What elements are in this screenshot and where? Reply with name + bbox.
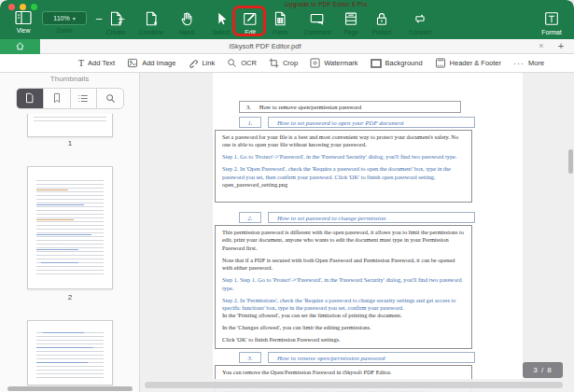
add-image-icon — [127, 58, 138, 68]
paragraph: Step 2. In 'Open Password', check the 'R… — [222, 165, 465, 181]
header-footer-button[interactable]: Header & Footer — [435, 58, 501, 68]
combine-button[interactable]: Combine — [137, 10, 165, 36]
page-thumbnail-icon — [24, 91, 35, 107]
section-3-heading[interactable]: 3. How to remove open/permission passwor… — [239, 352, 475, 363]
page-indicator-badge: 3 / 8 — [523, 362, 563, 378]
page-thumbnail-2-label: 2 — [0, 293, 140, 301]
crop-label: Crop — [283, 59, 298, 67]
add-text-button[interactable]: T Add Text — [78, 59, 115, 68]
close-window-button[interactable] — [8, 4, 15, 10]
crop-button[interactable]: Crop — [269, 58, 298, 68]
form-button[interactable]: Form — [266, 10, 294, 36]
bookmark-icon — [52, 91, 62, 107]
new-tab-button[interactable]: + — [554, 39, 567, 54]
hand-icon — [173, 10, 201, 27]
page-icon — [337, 10, 365, 27]
page-thumbnail-1-label: 1 — [0, 139, 140, 147]
tab-bookmarks[interactable] — [44, 89, 71, 108]
convert-button[interactable]: Convert — [406, 10, 434, 36]
section-2-body[interactable]: This permission password is different wi… — [215, 225, 472, 349]
create-button[interactable]: Create — [102, 10, 130, 36]
background-button[interactable]: Background — [371, 59, 423, 68]
hand-tool-button[interactable]: Hand — [173, 10, 201, 36]
ocr-label: OCR — [241, 59, 257, 67]
tab-bar: iSkysoft PDF Editor.pdf × + — [0, 39, 574, 54]
view-button[interactable]: View — [7, 10, 39, 35]
sidebar-panel-icon — [7, 10, 39, 25]
section-2-title: How to set password to change permission — [268, 212, 475, 223]
comment-label: Comment — [303, 29, 331, 36]
section-1-body[interactable]: Set a password for your file is a best a… — [215, 130, 472, 203]
paragraph: Step 1. Step 1. Go to 'Protect'->'Passwo… — [222, 276, 465, 292]
combine-label: Combine — [137, 29, 165, 36]
app-window: Upgrade to PDF Editor 6 Pro View 110% ▾ … — [0, 0, 574, 392]
create-page-icon — [102, 10, 130, 27]
document-tab-title[interactable]: iSkysoft PDF Editor.pdf — [40, 39, 490, 54]
search-icon — [105, 91, 116, 107]
select-tool-button[interactable]: Select — [207, 10, 235, 36]
tab-annotations[interactable] — [71, 89, 98, 108]
list-icon — [77, 91, 89, 107]
doc-toc-line[interactable]: 3.How to remove open/permission password — [239, 101, 461, 113]
chevron-down-icon: ▾ — [73, 15, 76, 21]
edit-pencil-icon — [236, 10, 264, 27]
format-label: Format — [538, 29, 566, 36]
close-tab-icon[interactable]: × — [536, 39, 547, 54]
minimize-window-button[interactable] — [20, 4, 26, 10]
link-icon — [188, 58, 198, 68]
format-icon — [538, 10, 566, 27]
protect-button[interactable]: Protect — [368, 10, 396, 36]
paragraph: In the 'Printing allowed', you can set t… — [222, 312, 465, 319]
doc-toc-number: 3. — [246, 104, 251, 110]
combine-page-icon — [137, 10, 165, 27]
paragraph: You can remove the Open/Permission Passw… — [222, 369, 465, 376]
page-thumbnail-3[interactable] — [27, 320, 113, 385]
more-button[interactable]: ··· More — [513, 59, 544, 67]
home-button[interactable] — [0, 39, 40, 54]
watermark-button[interactable]: Watermark — [310, 58, 357, 68]
page-thumbnail-1[interactable] — [27, 114, 113, 137]
add-image-button[interactable]: Add Image — [127, 58, 175, 68]
paragraph: open_password_setting.png — [222, 181, 465, 189]
zoom-window-button[interactable] — [31, 4, 37, 10]
section-2-heading[interactable]: 2. How to set password to change permiss… — [239, 212, 475, 223]
edit-label: Edit — [236, 29, 264, 36]
comment-button[interactable]: Comment — [303, 10, 331, 36]
thumbnails-panel: Thumbnails — [0, 73, 140, 392]
edit-button[interactable]: Edit — [236, 10, 264, 36]
select-cursor-icon — [207, 10, 235, 27]
create-label: Create — [102, 29, 130, 36]
tab-search[interactable] — [97, 89, 123, 108]
ocr-button[interactable]: OCR — [227, 58, 257, 68]
form-label: Form — [266, 29, 294, 36]
page-thumbnail-2[interactable] — [27, 166, 113, 289]
section-3-title: How to remove open/permission password — [268, 352, 475, 363]
pdf-page: 3.How to remove open/permission password… — [213, 73, 523, 392]
page-button[interactable]: Page — [337, 10, 365, 36]
hand-label: Hand — [173, 29, 201, 36]
watermark-label: Watermark — [324, 59, 357, 67]
vertical-scrollbar[interactable] — [568, 149, 573, 174]
thumbnails-panel-title: Thumbnails — [0, 75, 139, 83]
horizontal-scrollbar[interactable] — [145, 382, 563, 388]
format-button[interactable]: Format — [538, 10, 566, 36]
paragraph: This permission password is different wi… — [222, 229, 465, 252]
page-label: Page — [337, 29, 365, 36]
sidebar-horizontal-scrollbar[interactable] — [7, 386, 133, 391]
upgrade-link[interactable]: Upgrade to PDF Editor 6 Pro — [285, 1, 368, 7]
doc-toc-text: How to remove open/permission password — [259, 104, 361, 110]
add-image-label: Add Image — [142, 59, 175, 67]
section-1-title: How to set password to open your PDF doc… — [268, 117, 475, 128]
sidebar-mode-switcher — [16, 88, 124, 109]
more-label: More — [528, 59, 544, 67]
watermark-icon — [310, 58, 320, 68]
paragraph: Set a password for your file is a best a… — [222, 133, 465, 149]
add-text-icon: T — [78, 59, 84, 68]
zoom-level-dropdown[interactable]: 110% ▾ — [42, 11, 87, 25]
section-1-heading[interactable]: 1. How to set password to open your PDF … — [239, 117, 475, 128]
section-2-number: 2. — [239, 212, 261, 223]
header-footer-icon — [435, 58, 446, 68]
tab-thumbnails[interactable] — [17, 89, 44, 108]
link-button[interactable]: Link — [188, 58, 215, 68]
edit-toolbar: T Add Text Add Image — [0, 54, 574, 73]
